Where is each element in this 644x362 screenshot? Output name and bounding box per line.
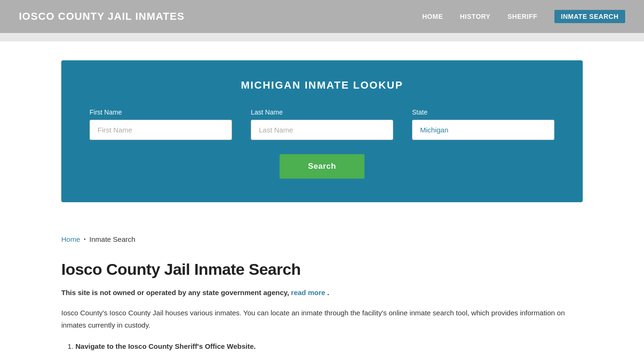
description-paragraph: Iosco County's Iosco County Jail houses … [61, 307, 583, 331]
site-header: IOSCO COUNTY JAIL INMATES HOME HISTORY S… [0, 0, 644, 33]
last-name-group: Last Name [251, 108, 393, 140]
list-item-text: Navigate to the Iosco County Sheriff's O… [75, 342, 256, 350]
first-name-label: First Name [90, 108, 232, 116]
state-label: State [412, 108, 554, 116]
search-fields: First Name Last Name State [90, 108, 554, 140]
description-suffix: . [327, 288, 329, 296]
site-title: IOSCO COUNTY JAIL INMATES [19, 10, 184, 23]
first-name-input[interactable] [90, 120, 232, 140]
breadcrumb-separator: • [84, 237, 86, 242]
state-group: State [412, 108, 554, 140]
main-nav: HOME HISTORY SHERIFF INMATE SEARCH [422, 10, 626, 23]
main-content: Home • Inmate Search Iosco County Jail I… [0, 221, 644, 362]
nav-item-sheriff[interactable]: SHERIFF [507, 13, 537, 20]
description-prefix: This site is not owned or operated by an… [61, 288, 289, 296]
breadcrumb-home-link[interactable]: Home [61, 235, 80, 243]
breadcrumb-current: Inmate Search [90, 235, 136, 243]
instructions-list: Navigate to the Iosco County Sheriff's O… [61, 340, 583, 353]
first-name-group: First Name [90, 108, 232, 140]
list-item: Navigate to the Iosco County Sheriff's O… [75, 340, 583, 353]
page-title: Iosco County Jail Inmate Search [61, 260, 583, 279]
description-bold: This site is not owned or operated by an… [61, 287, 583, 298]
last-name-label: Last Name [251, 108, 393, 116]
nav-item-history[interactable]: HISTORY [460, 13, 491, 20]
nav-item-home[interactable]: HOME [422, 13, 443, 20]
read-more-link[interactable]: read more [291, 288, 325, 296]
nav-item-inmate-search[interactable]: INMATE SEARCH [554, 10, 625, 23]
last-name-input[interactable] [251, 120, 393, 140]
state-input[interactable] [412, 120, 554, 140]
breadcrumb: Home • Inmate Search [61, 235, 583, 243]
search-button-row: Search [90, 154, 554, 179]
sub-bar [0, 33, 644, 41]
search-panel-title: MICHIGAN INMATE LOOKUP [90, 79, 554, 91]
search-panel: MICHIGAN INMATE LOOKUP First Name Last N… [61, 60, 583, 202]
search-button[interactable]: Search [280, 154, 364, 179]
